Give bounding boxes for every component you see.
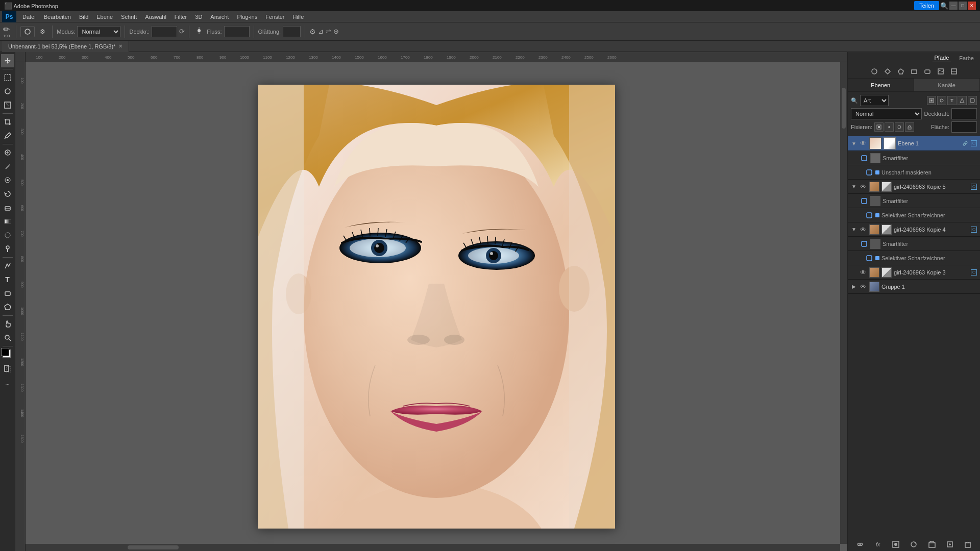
- color-chips[interactable]: [1, 348, 14, 361]
- layer-item-smartfilter1[interactable]: Smartfilter: [848, 151, 980, 165]
- layer-vis-kopie5[interactable]: 👁: [859, 183, 867, 191]
- layer-expand-gruppe1[interactable]: ▶: [851, 284, 857, 289]
- move-tool[interactable]: [1, 54, 14, 67]
- layer-link-ebene1[interactable]: 🔗: [962, 140, 969, 147]
- link-layers-btn[interactable]: [855, 539, 865, 549]
- layer-expand-kopie5[interactable]: ▼: [851, 184, 857, 189]
- quick-mask-tool[interactable]: [1, 362, 14, 375]
- heal-tool[interactable]: [1, 146, 14, 159]
- pen-tool[interactable]: [1, 259, 14, 272]
- symmetry-btn[interactable]: ⇌: [326, 28, 331, 35]
- lasso-tool[interactable]: [1, 85, 14, 98]
- panel-circle-icon[interactable]: [870, 67, 879, 76]
- maximize-button[interactable]: □: [959, 2, 967, 10]
- layer-expand-kopie4[interactable]: ▼: [851, 227, 857, 232]
- layer-item-gruppe1[interactable]: ▶ 👁 Gruppe 1: [848, 280, 980, 294]
- blend-mode-select[interactable]: Normal Auflösen Abdunkeln Multiplizieren…: [851, 108, 922, 119]
- eyedropper-tool[interactable]: [1, 129, 14, 142]
- panel-rect-icon[interactable]: [910, 67, 919, 76]
- tab-pfade[interactable]: Pfade: [933, 54, 951, 62]
- vertical-scrollbar[interactable]: [840, 62, 847, 544]
- layer-item-ebene1[interactable]: ▼ 👁 Ebene 1 🔗 ⬡: [848, 136, 980, 151]
- menu-bearbeiten[interactable]: Bearbeiten: [40, 13, 75, 21]
- tab-kanaele[interactable]: Kanäle: [914, 79, 981, 91]
- add-group-btn[interactable]: [927, 539, 937, 549]
- opacity-input[interactable]: 100%: [951, 108, 977, 119]
- layer-vis-gruppe1[interactable]: 👁: [859, 283, 867, 291]
- menu-datei[interactable]: Datei: [18, 13, 40, 21]
- brush-preset-btn[interactable]: [20, 26, 35, 37]
- layer-vis-selektiv1[interactable]: [865, 211, 873, 219]
- decker-input[interactable]: 100%: [152, 26, 177, 37]
- menu-3d[interactable]: 3D: [191, 13, 206, 21]
- search-icon-btn[interactable]: 🔍: [940, 2, 948, 10]
- lock-position-btn[interactable]: [885, 122, 894, 132]
- layer-type-select[interactable]: Art Name Effekt: [860, 95, 889, 106]
- extra-btn[interactable]: ⊕: [333, 28, 339, 35]
- layer-vis-sf1[interactable]: [860, 154, 868, 162]
- layer-item-smartfilter3[interactable]: Smartfilter: [848, 237, 980, 251]
- layer-item-selektiv2[interactable]: Selektiver Scharfzeichner: [848, 251, 980, 265]
- menu-fenster[interactable]: Fenster: [261, 13, 288, 21]
- image-canvas[interactable]: [258, 85, 615, 529]
- airbrush-btn[interactable]: [193, 26, 205, 37]
- menu-filter[interactable]: Filter: [170, 13, 191, 21]
- menu-bild[interactable]: Bild: [75, 13, 92, 21]
- minimize-button[interactable]: —: [949, 2, 958, 10]
- layer-item-smartfilter2[interactable]: Smartfilter: [848, 194, 980, 208]
- scrollbar-thumb-v[interactable]: [842, 88, 846, 129]
- blur-tool[interactable]: [1, 229, 14, 242]
- menu-schrift[interactable]: Schrift: [117, 13, 141, 21]
- settings-btn[interactable]: ⚙: [309, 28, 316, 36]
- menu-plugins[interactable]: Plug-ins: [233, 13, 261, 21]
- lock-all-btn[interactable]: [905, 122, 914, 132]
- add-layer-btn[interactable]: [945, 539, 955, 549]
- tab-ebenen[interactable]: Ebenen: [848, 79, 914, 91]
- share-button[interactable]: Teilen: [914, 1, 939, 10]
- crop-tool[interactable]: [1, 115, 14, 129]
- layer-item-selektiv1[interactable]: Selektiver Scharfzeichner: [848, 208, 980, 222]
- menu-ansicht[interactable]: Ansicht: [206, 13, 233, 21]
- add-fx-btn[interactable]: fx: [873, 539, 883, 549]
- history-tool[interactable]: [1, 187, 14, 201]
- eraser-tool[interactable]: [1, 201, 14, 214]
- panel-text-icon[interactable]: [949, 67, 959, 76]
- add-mask-btn[interactable]: [891, 539, 901, 549]
- glaettung-input[interactable]: 0: [283, 26, 301, 37]
- layer-expand-kopie3[interactable]: ▶: [851, 269, 857, 275]
- layer-vis-sf2[interactable]: [860, 197, 868, 205]
- zoom-tool[interactable]: [1, 331, 14, 344]
- menu-auswahl[interactable]: Auswahl: [141, 13, 170, 21]
- lock-artboard-btn[interactable]: [895, 122, 904, 132]
- tab-farbe[interactable]: Farbe: [957, 54, 976, 62]
- layer-item-kopie4[interactable]: ▼ 👁 girl-2406963 Kopie 4 ⬡: [848, 222, 980, 237]
- selection-tool[interactable]: [1, 71, 14, 84]
- extra-tool-1[interactable]: ···: [1, 378, 14, 391]
- layer-item-unscharf1[interactable]: Unscharf maskieren: [848, 165, 980, 180]
- text-tool[interactable]: T: [1, 273, 14, 286]
- delete-layer-btn[interactable]: [963, 539, 973, 549]
- scrollbar-thumb-h[interactable]: [128, 545, 179, 549]
- panel-diamond-icon[interactable]: [883, 67, 892, 76]
- close-button[interactable]: ✕: [968, 2, 976, 10]
- menu-ebene[interactable]: Ebene: [92, 13, 117, 21]
- brush-tool-icon[interactable]: ✏: [3, 24, 10, 34]
- tab-close-icon[interactable]: ✕: [118, 43, 122, 49]
- layer-item-kopie3[interactable]: ▶ 👁 girl-2406963 Kopie 3 ⬡: [848, 265, 980, 280]
- flachen-input[interactable]: 100%: [951, 121, 977, 133]
- decker-angle-btn[interactable]: ⟳: [179, 28, 185, 35]
- layer-expand-ebene1[interactable]: ▼: [851, 141, 857, 146]
- custom-shape-tool[interactable]: [1, 300, 14, 314]
- mode-select[interactable]: Normal Auflösen: [77, 26, 120, 37]
- layer-visibility-ebene1[interactable]: 👁: [859, 139, 867, 147]
- angle-btn[interactable]: ⊿: [318, 28, 324, 35]
- brush-settings-btn[interactable]: ⚙: [37, 26, 48, 37]
- hand-tool[interactable]: [1, 317, 14, 331]
- document-tab[interactable]: Unbenannt-1 bei 53,5% (Ebene 1, RGB/8)* …: [2, 41, 129, 52]
- layer-vis-unscharf1[interactable]: [865, 168, 873, 177]
- add-adjustment-btn[interactable]: [909, 539, 919, 549]
- filter-shape-icon[interactable]: [958, 96, 967, 105]
- filter-adj-icon[interactable]: [937, 96, 946, 105]
- clone-tool[interactable]: [1, 173, 14, 187]
- layer-item-kopie5[interactable]: ▼ 👁 girl-2406963 Kopie 5 ⬡: [848, 180, 980, 194]
